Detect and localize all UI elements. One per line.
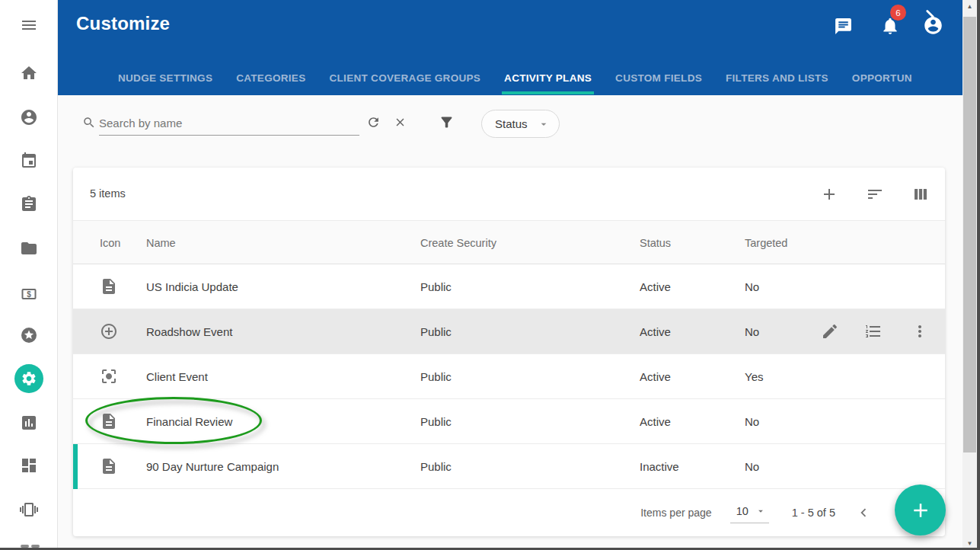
row-targeted: Yes bbox=[745, 354, 763, 399]
scrollbar-thumb[interactable] bbox=[963, 17, 976, 452]
table-header-row: Icon Name Create Security Status Targete… bbox=[73, 220, 945, 264]
bar-chart-icon[interactable] bbox=[20, 414, 38, 432]
table-row[interactable]: Client Event Public Active Yes bbox=[73, 354, 945, 399]
status-chip-label: Status bbox=[495, 117, 528, 130]
scrollbar-up-arrow[interactable]: ▲ bbox=[962, 0, 977, 13]
table-row[interactable]: Roadshow Event Public Active No bbox=[73, 309, 945, 354]
calendar-icon[interactable] bbox=[20, 152, 38, 170]
notification-badge[interactable]: 6 bbox=[890, 5, 906, 21]
tab-nudge-settings[interactable]: NUDGE SETTINGS bbox=[118, 60, 212, 95]
row-name: Roadshow Event bbox=[146, 309, 232, 354]
row-targeted: No bbox=[745, 264, 759, 309]
page-size-value: 10 bbox=[736, 505, 749, 517]
document-icon bbox=[100, 412, 118, 430]
column-header-icon: Icon bbox=[100, 221, 120, 265]
row-name: Financial Review bbox=[146, 399, 232, 444]
money-box-icon[interactable]: $ bbox=[20, 285, 38, 303]
person-icon[interactable] bbox=[20, 108, 38, 126]
phone-vibrate-icon[interactable] bbox=[20, 500, 38, 519]
table-row[interactable]: Financial Review Public Active No bbox=[73, 399, 945, 444]
tab-custom-fields[interactable]: CUSTOM FIELDS bbox=[615, 60, 702, 95]
items-per-page-label: Items per page bbox=[640, 507, 711, 519]
row-name: 90 Day Nurture Campaign bbox=[146, 444, 279, 489]
row-targeted: No bbox=[745, 309, 759, 354]
table-row[interactable]: 90 Day Nurture Campaign Public Inactive … bbox=[73, 444, 945, 489]
activity-plans-table-card: 5 items Icon Name Create Security Status… bbox=[73, 168, 945, 536]
folder-icon[interactable] bbox=[20, 239, 38, 257]
window-right-edge bbox=[977, 0, 980, 550]
columns-icon[interactable] bbox=[911, 185, 930, 203]
settings-gear-icon[interactable] bbox=[14, 364, 43, 393]
add-plus-icon[interactable] bbox=[820, 185, 838, 203]
pagination-range: 1 - 5 of 5 bbox=[792, 507, 835, 519]
status-filter-chip[interactable]: Status bbox=[481, 110, 560, 138]
row-status: Active bbox=[640, 309, 671, 354]
row-create-security: Public bbox=[420, 354, 452, 399]
table-row[interactable]: US Indicia Update Public Active No bbox=[73, 264, 945, 309]
row-status: Active bbox=[640, 264, 671, 309]
chat-icon[interactable] bbox=[834, 17, 853, 36]
filter-funnel-icon[interactable] bbox=[439, 114, 455, 130]
tasks-clipboard-icon[interactable] bbox=[20, 195, 38, 213]
more-vert-icon[interactable] bbox=[911, 322, 929, 341]
row-status: Active bbox=[640, 399, 671, 444]
selected-row-accent-bar bbox=[73, 444, 78, 489]
sidebar: $ bbox=[0, 0, 58, 550]
sort-icon[interactable] bbox=[866, 185, 884, 203]
document-icon bbox=[100, 277, 118, 296]
items-count: 5 items bbox=[90, 168, 126, 220]
tab-bar: NUDGE SETTINGS CATEGORIES CLIENT COVERAG… bbox=[58, 60, 962, 95]
add-circle-icon bbox=[100, 322, 118, 341]
tab-activity-plans[interactable]: ACTIVITY PLANS bbox=[504, 60, 592, 95]
dashboard-icon[interactable] bbox=[20, 456, 38, 475]
document-icon bbox=[100, 457, 118, 475]
svg-text:$: $ bbox=[27, 290, 31, 299]
column-header-status: Status bbox=[640, 221, 671, 265]
menu-hamburger-icon[interactable] bbox=[20, 16, 38, 34]
column-header-create-security: Create Security bbox=[420, 221, 496, 265]
row-create-security: Public bbox=[420, 399, 452, 444]
app-header: Customize 6 NUDGE SETTINGS CATEGORIES CL… bbox=[58, 0, 962, 95]
row-create-security: Public bbox=[420, 444, 452, 489]
vertical-scrollbar[interactable]: ▲ ▼ bbox=[962, 0, 977, 550]
tab-opportunities-truncated[interactable]: OPPORTUN bbox=[852, 60, 912, 95]
page-title: Customize bbox=[76, 13, 170, 34]
tab-filters-and-lists[interactable]: FILTERS AND LISTS bbox=[726, 60, 828, 95]
chevron-down-icon bbox=[538, 118, 550, 130]
row-name: Client Event bbox=[146, 354, 208, 399]
list-numbered-icon[interactable] bbox=[864, 322, 883, 341]
chevron-down-icon bbox=[755, 506, 766, 516]
previous-page-chevron-icon[interactable] bbox=[855, 504, 872, 521]
search-icon[interactable] bbox=[82, 116, 96, 130]
row-status: Active bbox=[640, 354, 671, 399]
tab-client-coverage-groups[interactable]: CLIENT COVERAGE GROUPS bbox=[329, 60, 480, 95]
tab-categories[interactable]: CATEGORIES bbox=[236, 60, 305, 95]
row-targeted: No bbox=[745, 399, 759, 444]
star-circle-icon[interactable] bbox=[20, 326, 38, 344]
add-fab-button[interactable] bbox=[895, 484, 946, 536]
row-status: Inactive bbox=[640, 444, 679, 489]
page-size-select[interactable]: 10 bbox=[730, 503, 769, 523]
row-name: US Indicia Update bbox=[146, 264, 238, 309]
edit-pencil-icon[interactable] bbox=[821, 322, 839, 341]
home-icon[interactable] bbox=[20, 64, 38, 82]
refresh-icon[interactable] bbox=[366, 115, 381, 130]
focus-target-icon bbox=[100, 367, 118, 385]
row-create-security: Public bbox=[420, 264, 452, 309]
clear-x-icon[interactable] bbox=[394, 116, 407, 129]
row-create-security: Public bbox=[420, 309, 452, 354]
table-pagination: Items per page 10 1 - 5 of 5 bbox=[73, 489, 945, 536]
search-input[interactable] bbox=[99, 111, 359, 136]
column-header-targeted: Targeted bbox=[745, 221, 787, 265]
tabs-overflow-chevron-icon[interactable] bbox=[920, 7, 940, 27]
column-header-name: Name bbox=[146, 221, 176, 265]
row-targeted: No bbox=[745, 444, 759, 489]
plus-icon bbox=[909, 499, 932, 522]
